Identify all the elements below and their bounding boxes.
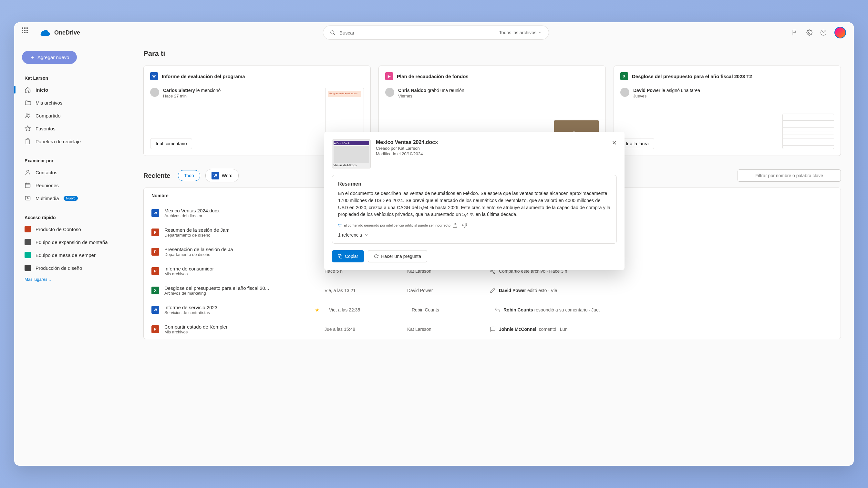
favorite-star-icon[interactable]: ★ bbox=[315, 307, 319, 313]
ask-question-button[interactable]: Hacer una pregunta bbox=[368, 250, 427, 262]
recent-title: Reciente bbox=[144, 172, 170, 180]
settings-icon[interactable] bbox=[806, 29, 812, 36]
filter-input[interactable] bbox=[738, 169, 841, 182]
summary-text: En el documento se describen las ventas … bbox=[338, 190, 611, 218]
add-new-button[interactable]: Agregar nuevo bbox=[22, 51, 77, 64]
thumbs-down-icon[interactable] bbox=[462, 223, 467, 228]
stream-icon: ▶ bbox=[385, 72, 393, 80]
user-avatar[interactable] bbox=[834, 27, 846, 38]
comment-icon bbox=[490, 326, 496, 332]
svg-point-0 bbox=[331, 31, 334, 34]
thumbs-up-icon[interactable] bbox=[453, 223, 458, 228]
quick-access-item[interactable]: Equipo de expansión de montaña bbox=[20, 236, 125, 249]
site-thumb-icon bbox=[25, 239, 31, 245]
svg-line-22 bbox=[492, 271, 493, 272]
popup-created: Creado por Kat Larrson bbox=[376, 146, 607, 151]
flag-icon[interactable] bbox=[792, 29, 798, 36]
row-activity: David Power editó esto · Vie bbox=[490, 288, 833, 293]
person-avatar bbox=[620, 88, 629, 97]
sidebar-item-label: Reuniones bbox=[35, 183, 59, 188]
sidebar: Agregar nuevo Kat Larson InicioMis archi… bbox=[14, 43, 130, 466]
sidebar-item-folder[interactable]: Mis archivos bbox=[20, 96, 125, 109]
doc-thumbnail: Programa de evaluación bbox=[325, 88, 364, 136]
pill-all[interactable]: Todo bbox=[178, 170, 200, 181]
row-activity: Johnie McConnell comentó · Lun bbox=[490, 326, 833, 332]
pill-word[interactable]: W Word bbox=[206, 169, 239, 182]
app-header: OneDrive Todos los archivos bbox=[14, 22, 854, 43]
svg-line-1 bbox=[334, 34, 335, 35]
table-row[interactable]: W Informe de servicio 2023Servicios de c… bbox=[144, 300, 841, 320]
activity-time: Jueves bbox=[633, 94, 700, 98]
media-icon bbox=[25, 195, 31, 201]
sidebar-item-label: Compartido bbox=[35, 113, 61, 119]
svg-point-2 bbox=[809, 32, 810, 34]
svg-point-7 bbox=[26, 113, 28, 115]
search-bar[interactable]: Todos los archivos bbox=[323, 26, 549, 40]
popup-thumbnail: ■ FabrikBank Ventas de México bbox=[332, 139, 371, 168]
references-toggle[interactable]: 1 referencia bbox=[338, 232, 611, 237]
svg-rect-15 bbox=[26, 196, 30, 200]
popup-title: Mexico Ventas 2024.docx bbox=[376, 139, 607, 145]
row-activity: Robin Counts respondió a su comentario ·… bbox=[494, 307, 833, 313]
svg-marker-16 bbox=[27, 197, 28, 199]
copy-button[interactable]: Copiar bbox=[332, 250, 364, 262]
row-owner: David Power bbox=[407, 288, 485, 293]
table-row[interactable]: X Desglose del presupuesto para el año f… bbox=[144, 281, 841, 300]
quick-access-item[interactable]: Producto de Contoso bbox=[20, 223, 125, 236]
app-launcher-icon[interactable] bbox=[22, 27, 32, 38]
svg-point-20 bbox=[493, 272, 495, 274]
help-icon[interactable] bbox=[820, 29, 827, 36]
edit-icon bbox=[490, 288, 496, 293]
sidebar-user: Kat Larson bbox=[20, 72, 125, 83]
ppt-icon: P bbox=[151, 228, 159, 236]
page-title: Para ti bbox=[144, 50, 841, 58]
file-name: Informe de consumidor bbox=[164, 266, 319, 271]
brand: OneDrive bbox=[40, 29, 80, 36]
table-row[interactable]: P Compartir estado de KemplerMis archivo… bbox=[144, 320, 841, 339]
sidebar-item-star[interactable]: Favoritos bbox=[20, 122, 125, 135]
close-button[interactable]: ✕ bbox=[612, 139, 617, 147]
quick-title: Acceso rápido bbox=[20, 211, 125, 223]
card-action-button[interactable]: Ir al comentario bbox=[150, 138, 192, 149]
site-thumb-icon bbox=[25, 226, 31, 232]
sidebar-item-home[interactable]: Inicio bbox=[20, 83, 125, 96]
sidebar-item-calendar[interactable]: Reuniones bbox=[20, 179, 125, 192]
for-you-card[interactable]: XDesglose del presupuesto para el año fi… bbox=[614, 66, 841, 156]
sidebar-item-trash[interactable]: Papelera de reciclaje bbox=[20, 135, 125, 148]
sidebar-item-media[interactable]: MultimediaNuevo bbox=[20, 192, 125, 205]
row-owner: Robin Counts bbox=[412, 307, 489, 313]
home-icon bbox=[25, 87, 31, 93]
sidebar-item-label: Multimedia bbox=[35, 196, 59, 201]
reply-icon bbox=[494, 307, 500, 313]
sidebar-item-people[interactable]: Compartido bbox=[20, 109, 125, 122]
quick-access-item[interactable]: Producción de diseño bbox=[20, 261, 125, 274]
svg-point-19 bbox=[491, 270, 492, 272]
onedrive-icon bbox=[40, 29, 51, 36]
sidebar-item-contact[interactable]: Contactos bbox=[20, 166, 125, 179]
card-title: Informe de evaluación del programa bbox=[162, 73, 245, 79]
more-places-link[interactable]: Más lugares... bbox=[20, 274, 125, 284]
file-name: Mexico Ventas 2024.docx bbox=[164, 208, 319, 213]
person-avatar bbox=[385, 88, 394, 97]
refresh-icon bbox=[374, 254, 378, 259]
copy-icon bbox=[338, 254, 342, 259]
brand-name: OneDrive bbox=[54, 29, 80, 36]
ppt-icon: P bbox=[151, 248, 159, 256]
browse-title: Examinar por bbox=[20, 154, 125, 166]
search-filter-dropdown[interactable]: Todos los archivos bbox=[499, 30, 542, 35]
sidebar-item-label: Contactos bbox=[35, 170, 58, 175]
card-action-button[interactable]: Ir a la tarea bbox=[620, 138, 654, 149]
contact-icon bbox=[25, 169, 31, 175]
file-location: Mis archivos bbox=[164, 271, 319, 276]
file-location: Servicios de contratistas bbox=[164, 310, 319, 315]
sidebar-item-label: Producción de diseño bbox=[35, 265, 82, 271]
search-input[interactable] bbox=[339, 30, 499, 35]
sidebar-item-label: Inicio bbox=[35, 87, 48, 93]
word-icon: W bbox=[151, 306, 159, 314]
file-location: Archivos de marketing bbox=[164, 291, 319, 296]
quick-access-item[interactable]: Equipo de mesa de Kemper bbox=[20, 249, 125, 261]
search-icon bbox=[330, 30, 336, 35]
word-icon: W bbox=[150, 72, 158, 80]
calendar-icon bbox=[25, 182, 31, 189]
file-name: Resumen de la sesión de Jam bbox=[164, 227, 319, 233]
